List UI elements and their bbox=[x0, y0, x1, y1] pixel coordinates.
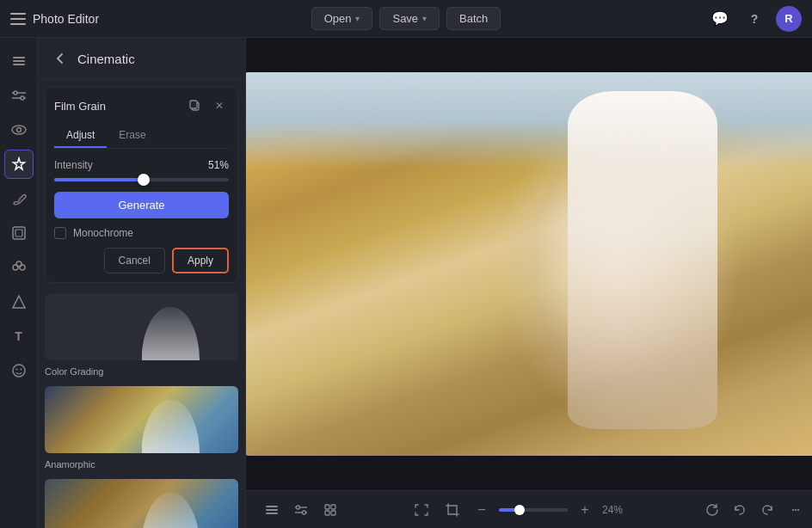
bottom-toolbar: − + 24% ··· bbox=[246, 490, 812, 528]
svg-point-15 bbox=[16, 261, 22, 267]
open-chevron: ▾ bbox=[355, 14, 360, 23]
open-button[interactable]: Open ▾ bbox=[311, 7, 373, 30]
bt-right: ··· bbox=[700, 498, 807, 522]
svg-point-18 bbox=[15, 369, 17, 371]
filter-item-anamorphic[interactable]: Anamorphic bbox=[45, 386, 238, 470]
svg-point-28 bbox=[303, 511, 306, 514]
undo-icon[interactable] bbox=[728, 498, 752, 522]
svg-rect-0 bbox=[13, 64, 25, 65]
intensity-label: Intensity bbox=[54, 159, 93, 171]
main-image bbox=[246, 72, 812, 456]
topbar-left: Photo Editor bbox=[10, 12, 303, 26]
thumb-overlay bbox=[142, 307, 200, 360]
panel-title: Cinematic bbox=[77, 52, 135, 66]
panel-header: Cinematic bbox=[38, 38, 245, 80]
fg-tabs: Adjust Erase bbox=[54, 124, 229, 149]
back-button[interactable] bbox=[50, 48, 71, 69]
slider-fill bbox=[54, 178, 144, 181]
canvas-content[interactable] bbox=[246, 38, 812, 490]
fit-icon[interactable] bbox=[409, 498, 434, 522]
intensity-slider[interactable] bbox=[54, 178, 229, 181]
sidebar-item-adjustments[interactable] bbox=[4, 81, 34, 110]
svg-point-17 bbox=[13, 365, 25, 377]
sidebar-item-group[interactable] bbox=[4, 253, 34, 282]
svg-rect-11 bbox=[13, 227, 25, 239]
monochrome-row: Monochrome bbox=[54, 227, 229, 239]
more-icon[interactable]: ··· bbox=[783, 498, 807, 522]
svg-rect-22 bbox=[266, 513, 278, 514]
zoom-value: 24% bbox=[602, 504, 633, 516]
intensity-row: Intensity 51% bbox=[54, 159, 229, 171]
bt-left bbox=[260, 498, 342, 522]
svg-point-6 bbox=[21, 96, 24, 100]
sidebar-item-layers[interactable] bbox=[4, 46, 34, 76]
slider-thumb[interactable] bbox=[138, 174, 150, 186]
person-silhouette bbox=[568, 91, 717, 428]
refresh-icon[interactable] bbox=[700, 498, 724, 522]
svg-rect-33 bbox=[325, 511, 329, 515]
zoom-plus-button[interactable]: + bbox=[575, 500, 595, 520]
save-button[interactable]: Save ▾ bbox=[379, 7, 440, 30]
svg-rect-2 bbox=[13, 57, 25, 58]
canvas-area: − + 24% ··· bbox=[246, 38, 812, 528]
svg-rect-31 bbox=[325, 505, 329, 509]
close-icon[interactable]: ✕ bbox=[210, 96, 229, 115]
svg-rect-24 bbox=[266, 506, 278, 507]
zoom-thumb[interactable] bbox=[514, 505, 525, 515]
monochrome-label: Monochrome bbox=[73, 227, 133, 239]
svg-point-9 bbox=[12, 126, 26, 134]
comment-icon[interactable]: 💬 bbox=[707, 6, 733, 32]
avatar[interactable]: R bbox=[776, 6, 802, 32]
filter-name-anamorphic: Anamorphic bbox=[45, 459, 95, 470]
app-title: Photo Editor bbox=[33, 12, 99, 26]
filter-name-color-grading: Color Grading bbox=[45, 366, 103, 377]
topbar-center: Open ▾ Save ▾ Batch bbox=[311, 7, 501, 30]
filter-item-color-grading[interactable]: Color Grading bbox=[45, 293, 238, 378]
zoom-slider[interactable] bbox=[499, 508, 568, 512]
fg-header: Film Grain ✕ bbox=[54, 96, 229, 115]
grid-toolbar-icon[interactable] bbox=[318, 498, 342, 522]
sidebar-item-view[interactable] bbox=[4, 115, 34, 144]
sidebar-item-face[interactable] bbox=[4, 356, 34, 385]
tab-adjust[interactable]: Adjust bbox=[54, 124, 107, 148]
slider-track bbox=[54, 178, 229, 181]
svg-point-19 bbox=[20, 369, 22, 371]
sidebar-item-brush[interactable] bbox=[4, 184, 34, 213]
svg-rect-32 bbox=[331, 505, 335, 509]
main-image-container bbox=[246, 72, 812, 456]
svg-rect-21 bbox=[190, 101, 197, 108]
svg-rect-1 bbox=[13, 60, 25, 62]
filter-item-lens-distortion[interactable]: Lens Distortion bbox=[45, 479, 238, 528]
redo-icon[interactable] bbox=[755, 498, 779, 522]
generate-button[interactable]: Generate bbox=[54, 192, 229, 218]
copy-icon[interactable] bbox=[186, 96, 205, 115]
apply-button[interactable]: Apply bbox=[172, 248, 229, 273]
film-grain-section: Film Grain ✕ Adjust Erase Intensity 51% bbox=[45, 87, 238, 283]
sidebar-item-frames[interactable] bbox=[4, 218, 34, 248]
tab-erase[interactable]: Erase bbox=[107, 124, 157, 148]
cancel-button[interactable]: Cancel bbox=[104, 248, 165, 273]
svg-point-3 bbox=[14, 91, 17, 95]
adjustments-toolbar-icon[interactable] bbox=[289, 498, 313, 522]
fg-actions: ✕ bbox=[186, 96, 229, 115]
zoom-minus-button[interactable]: − bbox=[471, 500, 492, 520]
filter-thumb-lens-distortion bbox=[45, 479, 238, 528]
batch-button[interactable]: Batch bbox=[446, 7, 501, 30]
help-icon[interactable]: ? bbox=[741, 6, 767, 32]
svg-point-10 bbox=[16, 128, 21, 132]
sidebar-item-text[interactable]: T bbox=[4, 322, 34, 351]
crop-icon[interactable] bbox=[440, 498, 464, 522]
thumb-overlay-lens bbox=[142, 493, 200, 528]
tools-panel: Cinematic Film Grain ✕ Adjust Erase Inte bbox=[38, 38, 246, 528]
sidebar-item-effects[interactable] bbox=[4, 150, 34, 179]
monochrome-checkbox[interactable] bbox=[54, 227, 66, 239]
intensity-value: 51% bbox=[208, 159, 229, 171]
sidebar-item-shapes[interactable] bbox=[4, 287, 34, 316]
menu-icon[interactable] bbox=[10, 13, 26, 25]
filter-list: Color Grading Anamorphic Lens Distortion bbox=[38, 290, 245, 528]
thumb-overlay-anamorphic bbox=[142, 400, 200, 453]
save-chevron: ▾ bbox=[422, 14, 427, 23]
topbar-right: 💬 ? R bbox=[509, 6, 802, 32]
layers-toolbar-icon[interactable] bbox=[260, 498, 284, 522]
fg-footer: Cancel Apply bbox=[54, 248, 229, 273]
